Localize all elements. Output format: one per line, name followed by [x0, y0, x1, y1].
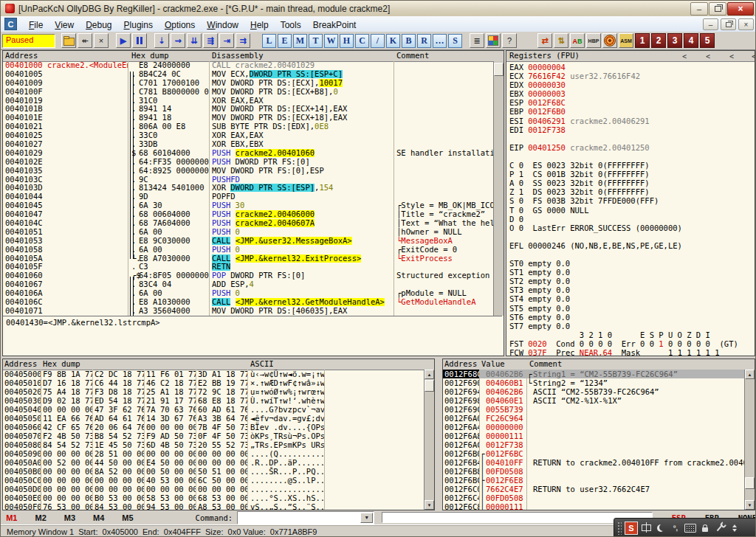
register-line[interactable]: A 0 SS 0023 32bit 0(FFFFFFFF)	[509, 179, 753, 187]
breakpoint-slot-button-2[interactable]: 2	[651, 33, 666, 48]
dump-row[interactable]: 00405000F9 8B 1A 77C2 DC 18 7711 F6 01 7…	[3, 370, 424, 378]
register-line[interactable]: EBP 0012F6B0	[509, 107, 753, 116]
letter-button-T[interactable]: T	[309, 34, 323, 48]
open-file-button[interactable]	[61, 33, 76, 48]
animate-into-button[interactable]: ⇊	[187, 33, 202, 48]
dump-row[interactable]: 004050E000 00 00 00B0 53 00 0058 53 00 0…	[3, 493, 424, 502]
register-line[interactable]: ST0 empty 0.0	[509, 259, 753, 268]
run-button[interactable]: ▶	[116, 33, 131, 48]
langbar-wrench-button[interactable]	[712, 520, 727, 536]
disasm-row[interactable]: 00401060┌$64:8F05 0000000POP DWORD PTR F…	[3, 271, 493, 280]
register-line[interactable]: EAX 00000004	[509, 63, 753, 72]
memory-tab-m4[interactable]: M4	[93, 513, 104, 522]
scroll-down-icon[interactable]: ▼	[745, 500, 755, 510]
disasm-row[interactable]: 00401029$68 60104000PUSH crackme2.004010…	[3, 149, 493, 158]
scroll-up-icon[interactable]: ▲	[425, 370, 434, 379]
breakpoint-slot-button-4[interactable]: 4	[684, 33, 698, 48]
register-line[interactable]: S 0 FS 003B 32bit 7FFDE000(FFF)	[509, 196, 753, 205]
letter-button-K[interactable]: K	[386, 34, 400, 48]
stack-row[interactable]: 0012F6B4│004010FFRETURN to crackme2.0040…	[443, 458, 746, 467]
memory-tab-m2[interactable]: M2	[35, 513, 46, 522]
mdi-minimize-button[interactable]: –	[703, 18, 718, 30]
letter-button-L[interactable]: L	[262, 34, 276, 48]
mdi-restore-button[interactable]	[721, 18, 736, 30]
menu-item-help[interactable]: Help	[244, 18, 275, 32]
letter-button-M[interactable]: M	[293, 34, 307, 48]
menu-item-plugins[interactable]: Plugins	[118, 18, 159, 32]
dump-row[interactable]: 004050D000 00 00 0000 00 00 0000 00 00 0…	[3, 485, 424, 493]
langbar-chevrons-button[interactable]	[727, 520, 742, 536]
register-line[interactable]: ST1 empty 0.0	[509, 268, 753, 277]
step-into-button[interactable]: ⇣	[154, 33, 169, 48]
register-line[interactable]: O 0 LastErr ERROR_SUCCESS (00000000)	[509, 224, 753, 232]
stack-row[interactable]: 0012F6A0FC26C964	[443, 414, 746, 423]
dropdown-arrow-icon[interactable]: ▼	[360, 513, 373, 523]
disasm-row[interactable]: 0040102E.64:FF35 0000000PUSH DWORD PTR F…	[3, 158, 493, 167]
register-line[interactable]: C 0 ES 0023 32bit 0(FFFFFFFF)	[509, 161, 753, 170]
mdi-close-button[interactable]: ×	[738, 18, 754, 30]
disasm-row[interactable]: 0040106A.6A 00PUSH 0┌pModule = NULL	[3, 289, 493, 298]
disasm-row[interactable]: 00401021.806A 00 E8SUB BYTE PTR DS:[EDX]…	[3, 122, 493, 131]
plugin-ab-button[interactable]: AB	[570, 33, 585, 48]
menu-item-breakpoint[interactable]: BreakPoint	[307, 18, 362, 32]
register-line[interactable]: ST7 empty 0.0	[509, 322, 753, 330]
register-line[interactable]: EBX 00000003	[509, 89, 753, 98]
stack-row[interactable]: 0012F6BC├0012F6E8	[443, 476, 746, 485]
dump-row[interactable]: 004050F076 53 00 0084 53 00 0094 53 00 0…	[3, 502, 424, 510]
scrollbar-thumb[interactable]	[425, 380, 434, 392]
register-line[interactable]: ST2 empty 0.0	[509, 277, 753, 285]
register-line[interactable]: ST6 empty 0.0	[509, 313, 753, 322]
register-line[interactable]: ESI 00406291 crackme2.00406291	[509, 117, 753, 125]
disasm-row[interactable]: 0040105F.C3RETN	[3, 263, 493, 271]
disasm-row[interactable]: 0040101B.8941 14MOV DWORD PTR DS:[ECX+14…	[3, 105, 493, 114]
stack-row[interactable]: 0012F6C4│00FD0508	[443, 493, 746, 502]
register-line[interactable]: FST 0020 Cond 0 0 0 0 Err 0 0 1 0 0 0 0 …	[509, 339, 753, 348]
disasm-row[interactable]: 00401027.33DBXOR EBX,EBX	[3, 140, 493, 149]
windows-list-button[interactable]: ≣	[470, 33, 484, 48]
register-line[interactable]: EFL 00000246 (NO,NB,E,BE,NS,PE,GE,LE)	[509, 241, 753, 250]
langbar-ime-lang-button[interactable]	[639, 520, 653, 536]
disasm-row[interactable]: 00401035.64:8925 0000000MOV DWORD PTR FS…	[3, 167, 493, 176]
disasm-row[interactable]: 00401019.31C0XOR EAX,EAX	[3, 97, 493, 105]
scroll-up-icon[interactable]: ▲	[745, 370, 755, 379]
plugin-target-button[interactable]	[602, 33, 617, 48]
disasm-row[interactable]: 00401047.68 00604000PUSH crackme2.004060…	[3, 210, 493, 219]
plugin-hbp-button[interactable]: HBP	[586, 33, 601, 48]
langbar-moon-button[interactable]	[653, 520, 668, 536]
run-to-return-button[interactable]: ⇥	[219, 33, 234, 48]
dump-row[interactable]: 00405010D7 16 18 77C6 44 18 7746 C2 18 7…	[3, 378, 424, 387]
memory-tab-m3[interactable]: M3	[64, 513, 75, 522]
menu-item-file[interactable]: File	[23, 18, 49, 32]
minimize-button[interactable]: –	[690, 2, 708, 15]
stack-row[interactable]: 0012F6B8│00FD0508	[443, 467, 746, 476]
menu-item-options[interactable]: Options	[159, 18, 201, 32]
register-line[interactable]: P 1 CS 001B 32bit 0(FFFFFFFF)	[509, 170, 753, 179]
disasm-row[interactable]: 00401053.E8 9C030000CALL <JMP.&user32.Me…	[3, 237, 493, 246]
disasm-row[interactable]: 00401045.6A 30PUSH 30┌Style = MB_OK|MB_I…	[3, 201, 493, 210]
stack-row[interactable]: 0012F69C0055B739	[443, 405, 746, 414]
letter-button-slash[interactable]: /	[371, 34, 385, 48]
disasm-row[interactable]: 0040100F.C781 B8000000 0MOV DWORD PTR DS…	[3, 88, 493, 97]
register-line[interactable]: ST3 empty 0.0	[509, 285, 753, 294]
execute-till-user-button[interactable]: ⇉	[236, 33, 250, 48]
stack-row[interactable]: 0012F6AC0012F738	[443, 440, 746, 449]
close-program-button[interactable]: ×	[94, 33, 109, 48]
letter-button-R[interactable]: R	[417, 34, 431, 48]
stack-row[interactable]: 0012F698004060E1ASCII “CM2-%1X-%1X”	[443, 396, 746, 405]
letter-button-B[interactable]: B	[402, 34, 416, 48]
step-over-button[interactable]: ⇝	[171, 33, 185, 48]
stack-row[interactable]: 0012F6C8│00000111	[443, 502, 746, 510]
restore-button[interactable]	[709, 2, 726, 15]
appearance-button[interactable]	[486, 33, 501, 48]
collapse-chevron-icon[interactable]: <	[752, 52, 756, 61]
disasm-row[interactable]: 00401067.83C4 04ADD ESP,4	[3, 280, 493, 289]
disasm-row[interactable]: 0040105A└.E8 A7030000CALL <JMP.&kernel32…	[3, 254, 493, 263]
disasm-row[interactable]: 00401000 crackme2.<ModuleEntrE8 24000000…	[3, 61, 493, 70]
scrollbar-thumb[interactable]	[494, 63, 504, 76]
collapse-chevron-icon[interactable]: <	[706, 52, 710, 61]
langbar-ime-s-button[interactable]: S	[624, 520, 639, 536]
disasm-row[interactable]: 00401058.6A 00PUSH 0┌ExitCode = 0	[3, 246, 493, 254]
cpu-window-icon[interactable]: C	[4, 18, 17, 30]
letter-button-S[interactable]: S	[448, 34, 462, 48]
register-line[interactable]	[509, 250, 753, 259]
